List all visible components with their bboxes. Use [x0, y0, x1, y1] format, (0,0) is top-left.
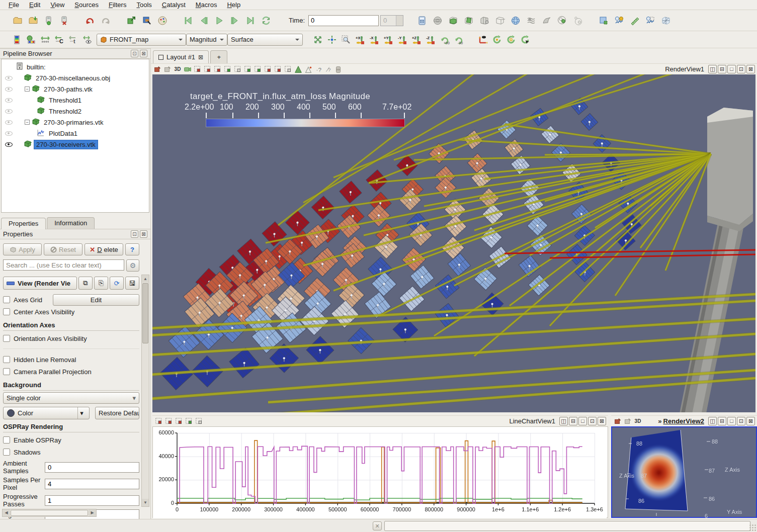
- select-cells-polygon-icon[interactable]: [223, 65, 232, 73]
- pipeline-item-threshold1[interactable]: Threshold1: [2, 95, 149, 106]
- export-scene-icon[interactable]: [153, 65, 162, 73]
- checkbox-camera-parallel-projection[interactable]: [3, 368, 10, 375]
- checkbox-center-axes-visibility[interactable]: [3, 308, 10, 315]
- linechart-canvas[interactable]: [153, 427, 607, 518]
- next-frame-icon[interactable]: [228, 14, 242, 28]
- properties-vertical-scrollbar[interactable]: ▲ ▼: [141, 275, 149, 507]
- menu-file[interactable]: File: [4, 1, 24, 9]
- representation-combo[interactable]: Surface: [227, 34, 303, 46]
- chart-select-minus-icon[interactable]: [175, 417, 184, 425]
- rescale-data-range-icon[interactable]: [39, 33, 51, 46]
- zoom-to-data-icon[interactable]: [311, 33, 324, 46]
- auto-apply-icon[interactable]: [124, 14, 138, 28]
- tab-layout-1[interactable]: Layout #1 ⊠: [153, 50, 209, 63]
- clip-icon[interactable]: [446, 14, 460, 28]
- renderview1-viewport[interactable]: target_e_FRONT_in.flux_atm_loss Magnitud…: [152, 74, 755, 412]
- slice-icon[interactable]: [462, 14, 476, 28]
- connect-server-icon[interactable]: [42, 14, 56, 28]
- camera-link-icon[interactable]: [623, 417, 632, 425]
- tab-information[interactable]: Information: [47, 217, 95, 229]
- visibility-eye-icon[interactable]: [5, 87, 13, 92]
- hover-points-icon[interactable]: [284, 65, 293, 73]
- input-ambient-samples[interactable]: [45, 462, 139, 473]
- set-view-minus-y-icon[interactable]: -Y: [396, 33, 408, 46]
- time-spinner[interactable]: 0: [380, 15, 403, 26]
- chart-select-toggle-icon[interactable]: [195, 417, 204, 425]
- paste-properties-button[interactable]: ⎘: [94, 277, 108, 290]
- close-button[interactable]: ⊠: [598, 417, 606, 425]
- input-progressive-passes[interactable]: [45, 495, 139, 506]
- apply-button[interactable]: Apply: [3, 243, 42, 255]
- tree-expander[interactable]: −: [25, 120, 30, 125]
- select-points-on-icon[interactable]: [203, 65, 212, 73]
- color-palette-icon[interactable]: [155, 14, 170, 28]
- maximize-button[interactable]: □: [727, 65, 736, 73]
- reset-button[interactable]: Reset: [44, 243, 82, 255]
- rotate-90-cw-icon[interactable]: +90: [438, 33, 451, 46]
- set-view-plus-z-icon[interactable]: +Z: [410, 33, 423, 46]
- measure-icon[interactable]: ?: [324, 65, 333, 73]
- rotate-camera-cursor-icon[interactable]: [519, 33, 531, 46]
- time-input[interactable]: [308, 15, 379, 26]
- calculator-icon[interactable]: [415, 14, 429, 28]
- rotate-camera-cw-icon[interactable]: [490, 33, 503, 46]
- tab-properties[interactable]: Properties: [1, 218, 46, 229]
- background-color-button[interactable]: Color▾: [3, 407, 90, 419]
- axes-grid-tool-icon[interactable]: [659, 14, 673, 28]
- renderview2-viewport[interactable]: 88Z Axis87868887Z Axis86Y Axis6: [611, 426, 757, 518]
- layout-tab-close-icon[interactable]: ⊠: [198, 54, 203, 61]
- maximize-button[interactable]: □: [578, 417, 587, 425]
- selection-extract-icon[interactable]: [140, 14, 154, 28]
- export-scene-icon[interactable]: [613, 417, 622, 425]
- capture-screenshot-icon[interactable]: [597, 14, 611, 28]
- rescale-custom-range-icon[interactable]: C: [53, 33, 65, 46]
- split-horizontal-button[interactable]: ◫: [708, 65, 717, 73]
- save-defaults-button[interactable]: 🖫: [125, 277, 139, 290]
- set-view-plus-x-icon[interactable]: +X: [354, 33, 366, 46]
- input-samples-per-pixel[interactable]: [45, 479, 139, 489]
- search-options-gear-icon[interactable]: ⚙: [126, 259, 139, 272]
- zoom-to-box-icon[interactable]: [340, 33, 352, 46]
- pipeline-item-270-30-paths-vtk[interactable]: −270-30-paths.vtk: [2, 83, 149, 95]
- menu-filters[interactable]: Filters: [104, 1, 131, 9]
- visibility-eye-icon[interactable]: [5, 109, 13, 114]
- threshold-icon[interactable]: [477, 14, 491, 28]
- visibility-eye-icon[interactable]: [5, 120, 13, 125]
- menu-catalyst[interactable]: Catalyst: [157, 1, 190, 9]
- play-icon[interactable]: [212, 14, 226, 28]
- checkbox-hidden-line-removal[interactable]: [3, 356, 10, 363]
- search-input[interactable]: [3, 259, 124, 271]
- menu-sources[interactable]: Sources: [70, 1, 103, 9]
- undo-icon[interactable]: [83, 14, 97, 28]
- maximize-button[interactable]: □: [727, 417, 736, 425]
- properties-float-button[interactable]: ⊡: [131, 230, 138, 238]
- add-layout-tab[interactable]: +: [210, 50, 227, 63]
- hover-cells-icon[interactable]: [274, 65, 283, 73]
- split-horizontal-button[interactable]: ◫: [559, 417, 568, 425]
- disconnect-server-icon[interactable]: [57, 14, 71, 28]
- chart-select-rect-icon[interactable]: [154, 417, 163, 425]
- abort-progress-button[interactable]: ✕: [373, 521, 382, 530]
- pipeline-item-threshold2[interactable]: Threshold2: [2, 106, 149, 117]
- rescale-temporal-range-icon[interactable]: t: [67, 33, 79, 46]
- close-button[interactable]: ⊠: [746, 417, 755, 425]
- menu-help[interactable]: Help: [222, 1, 245, 9]
- capture-icon[interactable]: [183, 65, 192, 73]
- camera-widget-icon[interactable]: [476, 33, 489, 46]
- visibility-eye-icon[interactable]: [5, 142, 13, 147]
- last-frame-icon[interactable]: [243, 14, 258, 28]
- chart-select-add-icon[interactable]: [185, 417, 194, 425]
- pipeline-item-plotdata1[interactable]: PlotData1: [2, 128, 149, 139]
- restore-defaults-button[interactable]: Restore Defau: [95, 407, 139, 419]
- loop-icon[interactable]: [259, 14, 273, 28]
- properties-close-button[interactable]: ⊠: [140, 230, 147, 238]
- array-selector-combo[interactable]: FRONT_map: [97, 34, 186, 46]
- checkbox-enable-ospray[interactable]: [3, 436, 10, 444]
- menu-edit[interactable]: Edit: [25, 1, 45, 9]
- close-button[interactable]: ⊠: [746, 65, 755, 73]
- set-view-minus-z-icon[interactable]: -Z: [424, 33, 437, 46]
- plot-over-line-icon[interactable]: [628, 14, 642, 28]
- menu-macros[interactable]: Macros: [191, 1, 222, 9]
- float-button[interactable]: ⊡: [737, 65, 745, 73]
- float-button[interactable]: ⊡: [588, 417, 597, 425]
